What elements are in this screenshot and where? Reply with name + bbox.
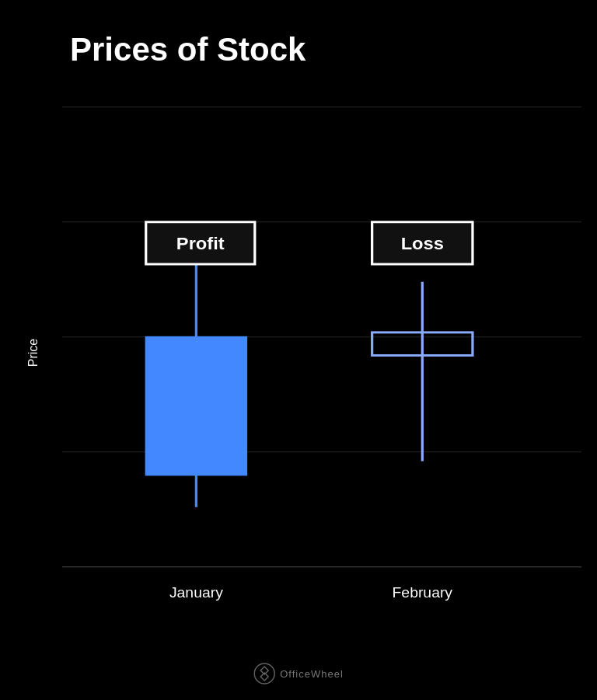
candle-chart: 1,000.00 750.00 500.00 250.00 0.00 Profi…	[62, 92, 581, 613]
watermark-text: OfficeWheel	[280, 668, 344, 680]
svg-text:Loss: Loss	[401, 234, 444, 253]
y-axis-label: Price	[26, 338, 40, 366]
svg-rect-11	[146, 337, 246, 475]
chart-area: Price 1,000.00 750.00 500.00 250.00 0.00	[62, 92, 581, 613]
svg-text:January: January	[169, 585, 224, 601]
chart-container: Prices of Stock Price 1,000.00 750.00 50…	[0, 0, 597, 700]
svg-text:February: February	[393, 585, 453, 601]
watermark: OfficeWheel	[253, 663, 344, 684]
chart-title: Prices of Stock	[70, 31, 581, 68]
svg-text:Profit: Profit	[176, 234, 225, 253]
watermark-logo-icon	[253, 663, 275, 684]
